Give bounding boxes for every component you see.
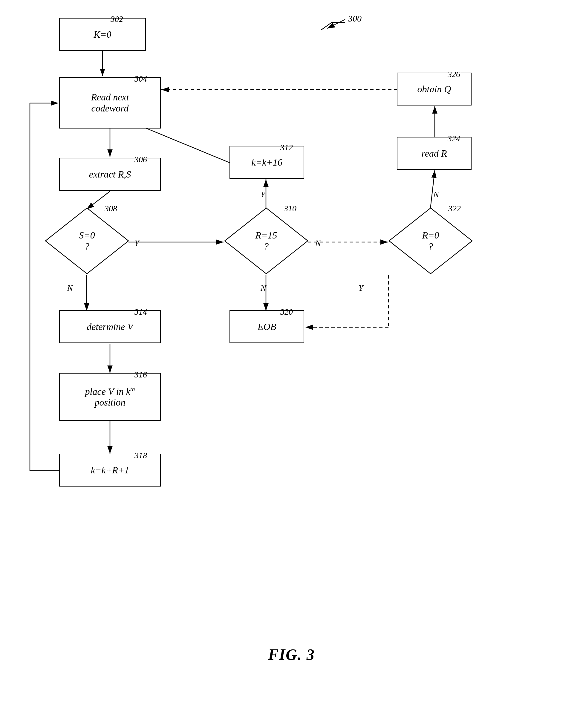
node-r-equals-15: R=15? [223,207,309,275]
figure-caption: FIG. 3 [0,646,583,664]
node-place-v: place V in kthposition [59,373,161,421]
node-read-r-label: read R [421,148,447,159]
node-extract-rs-label: extract R,S [89,169,131,180]
node-obtain-q: obtain Q [397,73,472,105]
svg-line-21 [327,20,345,28]
ref-326: 326 [448,70,460,79]
label-n-s0: N [67,283,73,293]
node-r-equals-0-diamond: R=0? [388,207,473,275]
node-read-next-codeword-label: Read next codeword [91,92,129,114]
label-n-r15-down: N [261,283,266,293]
node-s-equals-0-diamond: S=0? [44,207,130,275]
node-eob-label: EOB [258,321,276,332]
node-k-equals-0: K=0 [59,18,146,51]
ref-324: 324 [448,134,460,144]
node-eob: EOB [230,310,304,343]
svg-marker-23 [225,208,308,274]
node-k-plus-r-plus-1-label: k=k+R+1 [91,465,129,476]
ref-310: 310 [284,204,296,213]
label-y-s0: Y [134,238,139,248]
node-determine-v-label: determine V [87,321,133,332]
label-n-r0: N [433,190,439,199]
svg-marker-24 [389,208,472,274]
node-read-r: read R [397,137,472,170]
label-y-r0: Y [359,283,363,293]
node-k-equals-0-label: K=0 [94,29,111,40]
svg-marker-22 [46,208,129,274]
ref-320: 320 [280,307,293,317]
label-y-r15: Y [261,190,265,199]
node-obtain-q-label: obtain Q [418,84,451,95]
ref-318: 318 [134,451,147,460]
label-n-r15-right: N [315,238,321,248]
node-read-next-codeword: Read next codeword [59,77,161,129]
node-k-plus-16-label: k=k+16 [251,157,283,168]
figure-caption-text: FIG. 3 [268,646,315,663]
node-k-plus-16: k=k+16 [230,146,304,179]
node-r-equals-15-diamond: R=15? [223,207,309,275]
ref-322: 322 [448,204,461,213]
ref-306: 306 [134,155,147,164]
node-r-equals-0: R=0? [388,207,473,275]
ref-314: 314 [134,307,147,317]
node-s-equals-0: S=0? [44,207,130,275]
ref-308: 308 [105,204,117,213]
node-place-v-label: place V in kthposition [85,386,135,408]
ref-300: 300 [348,14,362,24]
ref-302: 302 [111,14,123,24]
ref-312: 312 [280,143,293,152]
ref-304: 304 [134,74,147,84]
ref-316: 316 [134,370,147,380]
